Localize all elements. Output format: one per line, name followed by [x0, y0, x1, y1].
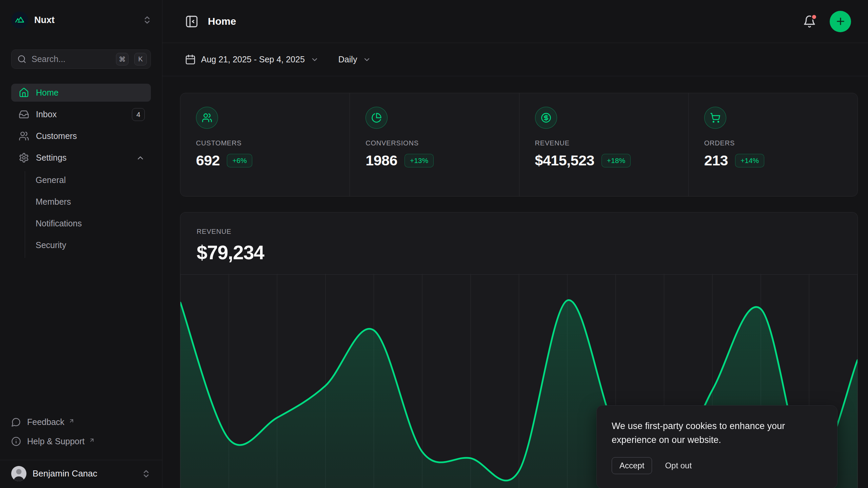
filter-bar: Aug 21, 2025 - Sep 4, 2025 Daily [162, 43, 868, 76]
stat-label: CUSTOMERS [196, 139, 334, 147]
stat-value: 692 [196, 152, 220, 169]
opt-out-button[interactable]: Opt out [665, 461, 692, 470]
chart-header: REVENUE $79,234 [180, 212, 857, 264]
users-icon [202, 113, 212, 123]
topbar: Home [162, 0, 868, 43]
house-icon [19, 87, 29, 98]
search-icon [17, 55, 26, 64]
page-title: Home [208, 16, 803, 27]
search-input[interactable] [32, 54, 110, 64]
chevrons-up-down-icon [142, 15, 152, 25]
stat-value: 1986 [366, 152, 397, 169]
stat-value: 213 [704, 152, 728, 169]
sidebar-user-section: Benjamin Canac [0, 460, 162, 488]
sidebar-item-home[interactable]: Home [11, 84, 151, 102]
stat-revenue[interactable]: REVENUE $415,523 +18% [519, 93, 688, 196]
feedback-link[interactable]: Feedback [11, 417, 75, 427]
nuxt-logo-icon [11, 12, 28, 28]
sidebar-item-label: Home [36, 88, 59, 98]
arrow-up-right-icon [89, 437, 95, 443]
sidebar-item-customers[interactable]: Customers [11, 127, 151, 145]
arrow-up-right-icon [68, 418, 75, 424]
settings-subnav: General Members Notifications Security [25, 171, 151, 258]
cookie-actions: Accept Opt out [612, 457, 822, 474]
stat-label: CONVERSIONS [366, 139, 503, 147]
user-name: Benjamin Canac [33, 468, 135, 479]
sidebar: Nuxt ⌘ K Home [0, 0, 162, 488]
add-button[interactable] [830, 11, 851, 32]
calendar-icon [185, 54, 196, 65]
stat-conversions[interactable]: CONVERSIONS 1986 +13% [350, 93, 519, 196]
sidebar-footer-links: Feedback Help & Support [11, 417, 151, 446]
stat-customers[interactable]: CUSTOMERS 692 +6% [180, 93, 350, 196]
date-range-picker[interactable]: Aug 21, 2025 - Sep 4, 2025 [185, 54, 319, 65]
stat-delta-badge: +18% [601, 154, 631, 167]
search-box[interactable]: ⌘ K [11, 49, 151, 69]
avatar [11, 466, 26, 481]
cookie-banner: We use first-party cookies to enhance yo… [596, 405, 837, 488]
kbd-meta: ⌘ [116, 53, 129, 65]
stat-label: ORDERS [704, 139, 842, 147]
panel-left-close-icon[interactable] [185, 15, 199, 28]
granularity-label: Daily [338, 55, 357, 64]
sidebar-item-security[interactable]: Security [36, 236, 151, 254]
help-support-label: Help & Support [27, 436, 85, 446]
notifications-button[interactable] [803, 15, 816, 28]
chart-title: REVENUE [197, 228, 841, 236]
notification-dot [811, 14, 817, 20]
chevrons-up-down-icon [141, 469, 151, 479]
subnav-label: Notifications [36, 219, 82, 228]
circle-dollar-icon [541, 113, 551, 123]
sidebar-item-label: Settings [36, 153, 66, 163]
info-circle-icon [11, 436, 21, 446]
user-menu[interactable]: Benjamin Canac [11, 466, 151, 481]
kbd-k: K [134, 53, 147, 65]
feedback-label: Feedback [27, 417, 64, 427]
sidebar-item-inbox[interactable]: Inbox 4 [11, 105, 151, 123]
stat-icon-circle [196, 107, 218, 129]
chevron-up-icon [136, 154, 145, 162]
sidebar-item-settings[interactable]: Settings [11, 149, 151, 167]
inbox-unread-badge: 4 [132, 108, 145, 121]
shopping-cart-icon [710, 113, 721, 123]
sidebar-item-general[interactable]: General [36, 171, 151, 189]
inbox-icon [19, 109, 29, 120]
sidebar-item-label: Customers [36, 131, 77, 141]
sidebar-item-notifications[interactable]: Notifications [36, 215, 151, 232]
stat-icon-circle [366, 107, 388, 129]
stat-delta-badge: +6% [227, 154, 252, 167]
stat-value: $415,523 [535, 152, 594, 169]
users-icon [19, 131, 29, 141]
stat-delta-badge: +14% [735, 154, 764, 167]
chevron-down-icon [311, 56, 319, 64]
stat-icon-circle [704, 107, 726, 129]
sidebar-spacer [0, 258, 162, 417]
workspace-switcher[interactable]: Nuxt [11, 10, 152, 30]
gear-icon [19, 152, 29, 163]
stat-orders[interactable]: ORDERS 213 +14% [688, 93, 857, 196]
chevron-down-icon [363, 56, 371, 64]
pie-chart-icon [371, 113, 382, 123]
stat-label: REVENUE [535, 139, 673, 147]
subnav-label: General [36, 175, 66, 185]
stats-card: CUSTOMERS 692 +6% CONVERSIONS 1986 [180, 93, 858, 197]
stat-delta-badge: +13% [405, 154, 434, 167]
chart-current-value: $79,234 [197, 241, 841, 264]
workspace-name: Nuxt [34, 15, 136, 25]
help-support-link[interactable]: Help & Support [11, 436, 95, 446]
plus-icon [835, 16, 846, 27]
date-range-label: Aug 21, 2025 - Sep 4, 2025 [201, 55, 305, 64]
sidebar-item-members[interactable]: Members [36, 193, 151, 211]
sidebar-item-label: Inbox [36, 109, 57, 119]
subnav-label: Security [36, 240, 66, 250]
granularity-select[interactable]: Daily [338, 55, 371, 64]
sidebar-nav: Home Inbox 4 Customers [11, 84, 151, 167]
subnav-label: Members [36, 197, 71, 207]
message-circle-icon [11, 417, 21, 427]
stat-icon-circle [535, 107, 557, 129]
accept-button[interactable]: Accept [612, 457, 652, 474]
cookie-message: We use first-party cookies to enhance yo… [612, 419, 822, 447]
